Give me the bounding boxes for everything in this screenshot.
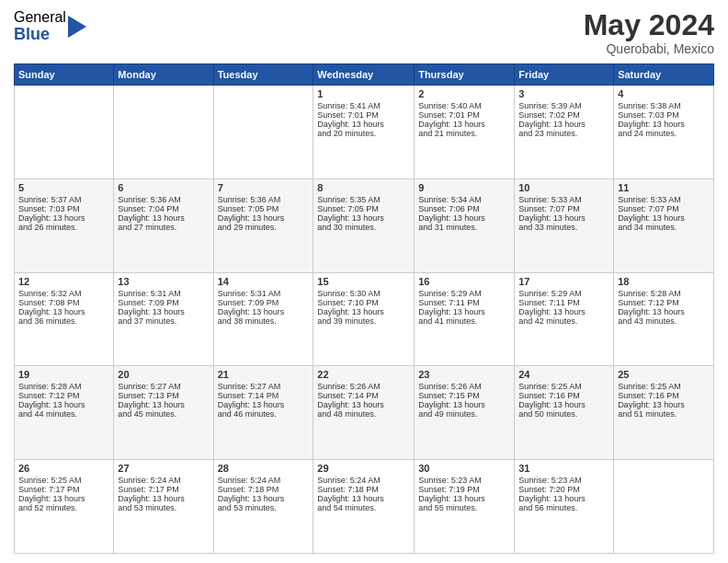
- calendar-cell: 11Sunrise: 5:33 AMSunset: 7:07 PMDayligh…: [614, 178, 714, 272]
- calendar-cell: [15, 86, 114, 179]
- weekday-header-tuesday: Tuesday: [213, 64, 313, 86]
- day-number: 8: [317, 182, 410, 193]
- day-number: 13: [118, 276, 209, 287]
- day-number: 6: [118, 182, 209, 193]
- day-info: Sunrise: 5:24 AM: [218, 476, 310, 485]
- day-number: 10: [518, 182, 609, 193]
- header: General Blue May 2024 Querobabi, Mexico: [14, 9, 714, 56]
- day-info: Sunrise: 5:34 AM: [418, 195, 510, 204]
- calendar-cell: 14Sunrise: 5:31 AMSunset: 7:09 PMDayligh…: [213, 272, 313, 366]
- logo-general: General: [14, 9, 66, 26]
- day-info: Sunrise: 5:36 AM: [118, 195, 209, 204]
- day-number: 2: [418, 88, 510, 99]
- weekday-header-friday: Friday: [515, 64, 614, 86]
- day-number: 4: [618, 88, 710, 99]
- day-info: Sunset: 7:05 PM: [218, 204, 310, 213]
- day-info: Daylight: 13 hours: [317, 400, 410, 409]
- day-number: 9: [418, 182, 510, 193]
- day-info: and 42 minutes.: [518, 316, 609, 326]
- day-info: Sunset: 7:18 PM: [317, 485, 410, 494]
- day-info: Daylight: 13 hours: [418, 307, 510, 316]
- day-info: Daylight: 13 hours: [518, 307, 609, 316]
- day-info: Sunrise: 5:23 AM: [518, 476, 609, 485]
- day-info: Daylight: 13 hours: [618, 400, 710, 409]
- calendar-cell: 2Sunrise: 5:40 AMSunset: 7:01 PMDaylight…: [415, 86, 515, 179]
- day-info: and 34 minutes.: [618, 223, 710, 232]
- day-info: Sunrise: 5:32 AM: [18, 289, 109, 298]
- day-number: 7: [218, 182, 310, 193]
- day-info: and 50 minutes.: [518, 409, 609, 419]
- day-info: Sunset: 7:02 PM: [518, 110, 609, 120]
- day-info: Sunrise: 5:33 AM: [618, 195, 710, 204]
- calendar-cell: [614, 460, 714, 554]
- day-info: Sunrise: 5:24 AM: [317, 476, 410, 485]
- svg-marker-0: [68, 16, 86, 38]
- day-info: Daylight: 13 hours: [218, 494, 310, 503]
- day-info: Sunset: 7:09 PM: [218, 298, 310, 307]
- day-info: and 55 minutes.: [418, 503, 510, 512]
- day-info: Sunrise: 5:35 AM: [317, 195, 410, 204]
- day-info: Daylight: 13 hours: [317, 494, 410, 503]
- logo-text: General Blue: [14, 9, 66, 43]
- day-info: Daylight: 13 hours: [618, 307, 710, 316]
- day-info: Sunset: 7:07 PM: [518, 204, 609, 213]
- day-info: Daylight: 13 hours: [118, 213, 209, 223]
- calendar-cell: 5Sunrise: 5:37 AMSunset: 7:03 PMDaylight…: [15, 178, 114, 272]
- day-number: 17: [518, 276, 609, 287]
- weekday-header-thursday: Thursday: [415, 64, 515, 86]
- calendar-cell: 29Sunrise: 5:24 AMSunset: 7:18 PMDayligh…: [313, 460, 415, 554]
- day-info: Sunset: 7:11 PM: [518, 298, 609, 307]
- day-info: Sunrise: 5:37 AM: [18, 195, 109, 204]
- day-number: 11: [618, 182, 710, 193]
- day-info: and 39 minutes.: [317, 316, 410, 326]
- day-info: and 41 minutes.: [418, 316, 510, 326]
- day-number: 18: [618, 276, 710, 287]
- day-info: Sunrise: 5:31 AM: [218, 289, 310, 298]
- day-info: and 38 minutes.: [218, 316, 310, 326]
- calendar-cell: [213, 86, 313, 179]
- day-info: Sunrise: 5:26 AM: [418, 382, 510, 391]
- day-info: Daylight: 13 hours: [518, 213, 609, 223]
- day-info: Daylight: 13 hours: [218, 400, 310, 409]
- week-row-1: 1Sunrise: 5:41 AMSunset: 7:01 PMDaylight…: [15, 86, 714, 179]
- calendar-cell: 28Sunrise: 5:24 AMSunset: 7:18 PMDayligh…: [213, 460, 313, 554]
- day-number: 21: [218, 369, 310, 380]
- calendar-cell: 1Sunrise: 5:41 AMSunset: 7:01 PMDaylight…: [313, 86, 415, 179]
- calendar-cell: 3Sunrise: 5:39 AMSunset: 7:02 PMDaylight…: [515, 86, 614, 179]
- weekday-header-wednesday: Wednesday: [313, 64, 415, 86]
- day-info: Sunset: 7:10 PM: [317, 298, 410, 307]
- day-info: Sunrise: 5:31 AM: [118, 289, 209, 298]
- day-info: and 27 minutes.: [118, 223, 209, 232]
- weekday-header-sunday: Sunday: [15, 64, 114, 86]
- location-subtitle: Querobabi, Mexico: [584, 41, 714, 56]
- day-number: 23: [418, 369, 510, 380]
- day-info: Sunrise: 5:30 AM: [317, 289, 410, 298]
- day-info: and 33 minutes.: [518, 223, 609, 232]
- day-info: Sunset: 7:01 PM: [418, 110, 510, 120]
- calendar-cell: 31Sunrise: 5:23 AMSunset: 7:20 PMDayligh…: [515, 460, 614, 554]
- day-info: Sunset: 7:07 PM: [618, 204, 710, 213]
- day-info: Sunset: 7:19 PM: [418, 485, 510, 494]
- day-info: Sunrise: 5:29 AM: [418, 289, 510, 298]
- day-info: and 54 minutes.: [317, 503, 410, 512]
- day-info: and 23 minutes.: [518, 129, 609, 138]
- calendar-cell: 22Sunrise: 5:26 AMSunset: 7:14 PMDayligh…: [313, 366, 415, 460]
- calendar-cell: 19Sunrise: 5:28 AMSunset: 7:12 PMDayligh…: [15, 366, 114, 460]
- calendar-cell: 4Sunrise: 5:38 AMSunset: 7:03 PMDaylight…: [614, 86, 714, 179]
- day-info: Sunrise: 5:25 AM: [518, 382, 609, 391]
- day-info: Sunrise: 5:25 AM: [618, 382, 710, 391]
- day-info: Sunrise: 5:41 AM: [317, 101, 410, 110]
- week-row-2: 5Sunrise: 5:37 AMSunset: 7:03 PMDaylight…: [15, 178, 714, 272]
- logo-icon: [68, 16, 86, 38]
- day-info: Sunrise: 5:38 AM: [618, 101, 710, 110]
- day-info: Daylight: 13 hours: [18, 307, 109, 316]
- day-info: and 53 minutes.: [218, 503, 310, 512]
- day-info: Daylight: 13 hours: [18, 400, 109, 409]
- day-info: Sunset: 7:17 PM: [118, 485, 209, 494]
- day-info: Sunrise: 5:39 AM: [518, 101, 609, 110]
- day-info: Sunset: 7:06 PM: [418, 204, 510, 213]
- day-info: and 21 minutes.: [418, 129, 510, 138]
- day-info: and 26 minutes.: [18, 223, 109, 232]
- day-info: and 31 minutes.: [418, 223, 510, 232]
- day-info: Sunset: 7:03 PM: [618, 110, 710, 120]
